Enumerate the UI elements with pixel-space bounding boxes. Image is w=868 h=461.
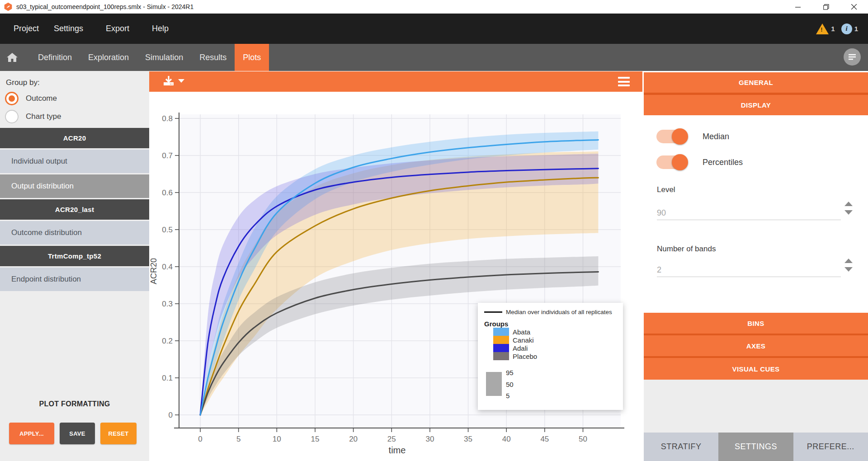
warning-icon: ! (816, 24, 829, 34)
sidebar-plot-output-distribution[interactable]: Output distribution (0, 174, 149, 198)
menu-item-settings[interactable]: Settings (54, 24, 83, 33)
info-badge[interactable]: i 1 (841, 24, 858, 34)
warning-count: 1 (831, 25, 835, 33)
section-header-axes[interactable]: AXES (644, 335, 868, 356)
legend-label-canaki: Canaki (513, 336, 534, 344)
legend-median-line-sample (484, 311, 502, 313)
svg-text:ACR20: ACR20 (149, 258, 158, 284)
plot-menu-icon[interactable] (618, 77, 630, 86)
radio-label: Outcome (26, 94, 57, 103)
number-of-bands-label: Number of bands (657, 245, 716, 254)
svg-text:0.6: 0.6 (162, 188, 173, 197)
tab-exploration[interactable]: Exploration (80, 44, 137, 71)
title-bar: s03_typical_outcomeendpoint_100reps.smlx… (0, 0, 868, 14)
svg-text:30: 30 (425, 435, 434, 443)
chart-container: 0510152025303540455000.10.20.30.40.50.60… (149, 92, 642, 461)
sidebar-group-acr20[interactable]: ACR20 (0, 128, 149, 148)
legend-swatch-canaki (493, 336, 509, 344)
sidebar-plot-endpoint-distribution[interactable]: Endpoint distribution (0, 268, 149, 291)
warnings-badge[interactable]: ! 1 (816, 24, 835, 34)
bands-spinner-up[interactable] (844, 259, 853, 263)
sidebar-group-trtmcomp_tp52[interactable]: TrtmComp_tp52 (0, 246, 149, 266)
section-header-bins[interactable]: BINS (644, 313, 868, 334)
bands-spinner-down[interactable] (844, 267, 853, 272)
minimize-button[interactable] (784, 0, 812, 14)
legend-swatch-placebo (493, 352, 509, 360)
legend-swatch-adali (493, 344, 509, 352)
level-spinner (844, 202, 854, 215)
feedback-bubble-icon[interactable] (844, 48, 861, 66)
reset-button[interactable]: RESET (100, 423, 137, 444)
plot-area: 0510152025303540455000.10.20.30.40.50.60… (149, 71, 642, 461)
svg-text:50: 50 (579, 435, 587, 443)
percentiles-toggle-track[interactable] (656, 155, 687, 169)
level-value: 90 (657, 208, 666, 218)
window-title: s03_typical_outcomeendpoint_100reps.smlx… (16, 3, 193, 10)
svg-text:35: 35 (464, 435, 472, 443)
legend-entry-canaki: Canaki (484, 336, 618, 344)
svg-text:0.5: 0.5 (162, 226, 173, 234)
svg-text:0.1: 0.1 (162, 374, 173, 382)
tab-definition[interactable]: Definition (30, 44, 80, 71)
radio-unselected-icon[interactable] (5, 110, 19, 123)
svg-text:15: 15 (311, 435, 319, 443)
app-logo-icon (4, 2, 13, 11)
legend-label-placebo: Placebo (513, 353, 537, 360)
save-button[interactable]: SAVE (60, 423, 95, 444)
tab-results[interactable]: Results (191, 44, 235, 71)
sidebar-plot-individual-output[interactable]: Individual output (0, 150, 149, 173)
tab-simulation[interactable]: Simulation (137, 44, 191, 71)
level-input[interactable]: 90 (657, 204, 841, 220)
section-header-display[interactable]: DISPLAY (644, 95, 868, 115)
bands-spinner (844, 259, 854, 272)
menu-item-help[interactable]: Help (152, 24, 169, 33)
panel-tab-prefere[interactable]: PREFERE... (793, 433, 868, 461)
panel-tab-stratify[interactable]: STRATIFY (644, 433, 718, 461)
menu-item-project[interactable]: Project (14, 24, 39, 33)
panel-tab-settings[interactable]: SETTINGS (718, 433, 793, 461)
export-caret-down-icon (178, 79, 184, 83)
median-toggle-track[interactable] (656, 130, 687, 143)
number-of-bands-input[interactable]: 2 (657, 261, 841, 277)
svg-text:0.2: 0.2 (162, 337, 173, 345)
download-icon (163, 75, 175, 87)
svg-text:40: 40 (502, 435, 511, 443)
legend-label-adali: Adali (513, 344, 528, 352)
plot-formatting-title: PLOT FORMATTING (0, 400, 149, 408)
info-icon: i (841, 24, 852, 34)
svg-text:25: 25 (387, 435, 396, 443)
level-spinner-down[interactable] (844, 210, 853, 215)
menu-item-export[interactable]: Export (106, 24, 129, 33)
sidebar-group-acr20_last[interactable]: ACR20_last (0, 199, 149, 220)
apply-button[interactable]: APPLY... (9, 423, 54, 444)
median-toggle[interactable]: Median (656, 130, 729, 143)
settings-panel-spacer (644, 380, 868, 433)
legend-label-abata: Abata (513, 328, 530, 336)
svg-text:0.7: 0.7 (162, 151, 173, 160)
sidebar-plot-outcome-distribution[interactable]: Outcome distribution (0, 221, 149, 245)
group-by-option-outcome[interactable]: Outcome (5, 91, 149, 105)
home-icon[interactable] (6, 52, 18, 63)
group-by-label: Group by: (6, 78, 149, 87)
section-header-visual-cues[interactable]: VISUAL CUES (644, 358, 868, 380)
tab-plots[interactable]: Plots (235, 44, 269, 71)
svg-text:0.4: 0.4 (162, 263, 173, 271)
legend-percentile-block: 95505 (484, 372, 618, 399)
legend-swatch-abata (493, 328, 509, 336)
close-button[interactable] (840, 0, 868, 14)
section-header-general[interactable]: GENERAL (644, 72, 868, 93)
svg-text:time: time (389, 445, 406, 455)
svg-text:0.8: 0.8 (162, 114, 173, 123)
group-by-option-chart-type[interactable]: Chart type (5, 109, 149, 123)
level-spinner-up[interactable] (844, 202, 853, 206)
radio-selected-icon[interactable] (5, 92, 19, 105)
export-plot-button[interactable] (163, 75, 184, 87)
legend-percentile-swatch (486, 372, 502, 396)
svg-text:0.3: 0.3 (162, 300, 173, 308)
percentiles-toggle[interactable]: Percentiles (656, 155, 743, 169)
svg-text:5: 5 (236, 435, 241, 443)
plots-sidebar: Group by: OutcomeChart type ACR20Individ… (0, 71, 149, 461)
restore-button[interactable] (812, 0, 840, 14)
legend-entry-placebo: Placebo (484, 352, 618, 360)
legend-groups-title: Groups (484, 320, 618, 328)
